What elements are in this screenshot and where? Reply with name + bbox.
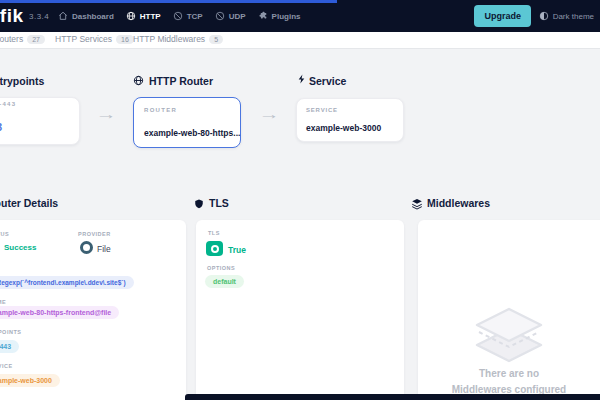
- tab-count-badge: 27: [27, 35, 45, 44]
- nav-item-label: TCP: [187, 12, 203, 21]
- tls-label: TLS: [208, 230, 220, 236]
- router-details-title: Router Details: [0, 197, 58, 209]
- tab-http-services[interactable]: HTTP Services 16: [55, 34, 134, 44]
- service-label: SERVICE: [0, 363, 13, 369]
- service-section-title: Service: [309, 75, 346, 87]
- name-label: NAME: [0, 299, 6, 305]
- rule-badge: HostRegexp(`^frontend\.example\.ddev\.si…: [0, 276, 134, 289]
- theme-toggle[interactable]: Dark theme: [539, 0, 594, 32]
- empty-middlewares-illustration: [471, 306, 547, 368]
- router-card-label: ROUTER: [144, 107, 177, 113]
- layers-icon: [411, 196, 423, 214]
- traefik-dashboard: traefik 3.3.4 Dashboard HTTP TCP: [0, 0, 600, 400]
- nav-item-udp[interactable]: UDP: [215, 11, 246, 21]
- router-card[interactable]: ROUTER example-web-80-https...: [133, 97, 241, 148]
- tls-toggle: [206, 241, 223, 256]
- globe-icon: [126, 11, 136, 21]
- network-icon: [215, 11, 225, 21]
- nav-item-http[interactable]: HTTP: [126, 11, 161, 21]
- entrypoint-badge: https-443: [0, 340, 19, 353]
- provider-value: File: [97, 244, 111, 254]
- contrast-icon: [539, 11, 549, 21]
- tab-http-middlewares[interactable]: HTTP Middlewares 5: [133, 34, 223, 44]
- middlewares-section-title: Middlewares: [427, 197, 490, 209]
- empty-message-line1: There are no: [414, 366, 600, 382]
- globe-icon: [133, 72, 144, 90]
- network-icon: [173, 11, 183, 21]
- tls-options-badge: default: [205, 275, 244, 288]
- nav-item-label: HTTP: [140, 12, 161, 21]
- entrypoints-label: ENTRYPOINTS: [0, 329, 21, 335]
- service-card-label: SERVICE: [306, 107, 338, 113]
- tab-label: HTTP Routers: [0, 34, 23, 44]
- tls-value: True: [228, 245, 246, 255]
- shield-icon: [194, 196, 204, 214]
- tls-section-title: TLS: [209, 197, 229, 209]
- entrypoint-port: :443: [0, 122, 2, 133]
- provider-label: PROVIDER: [78, 231, 111, 237]
- status-label: STATUS: [0, 231, 9, 237]
- router-card-name: example-web-80-https...: [144, 128, 240, 138]
- nav-item-label: Plugins: [272, 12, 301, 21]
- tab-label: HTTP Services: [55, 34, 112, 44]
- empty-middlewares-message: There are no Middlewares configured: [414, 366, 600, 397]
- home-icon: [58, 11, 68, 21]
- nav-item-label: Dashboard: [72, 12, 114, 21]
- nav-item-dashboard[interactable]: Dashboard: [58, 11, 114, 21]
- bolt-icon: [297, 71, 307, 89]
- app-version: 3.3.4: [29, 12, 49, 21]
- success-check-icon: ✓: [0, 241, 1, 251]
- status-value: Success: [4, 243, 36, 252]
- progress-bar: [0, 0, 337, 3]
- upgrade-button[interactable]: Upgrade: [474, 5, 531, 27]
- main-nav: Dashboard HTTP TCP UDP: [58, 0, 300, 32]
- tab-bar: HTTP Routers 27 HTTP Services 16 HTTP Mi…: [0, 32, 600, 49]
- tab-count-badge: 5: [209, 35, 223, 44]
- bottom-drawer-edge: [185, 394, 600, 400]
- options-label: OPTIONS: [207, 265, 235, 271]
- top-navbar: traefik 3.3.4 Dashboard HTTP TCP: [0, 0, 600, 32]
- tab-count-badge: 16: [116, 35, 134, 44]
- entrypoint-card-label: HTTPS-443: [0, 101, 16, 107]
- http-router-section-title: HTTP Router: [149, 75, 213, 87]
- theme-toggle-label: Dark theme: [553, 12, 594, 21]
- entrypoints-section-title: Entrypoints: [0, 75, 44, 87]
- nav-item-tcp[interactable]: TCP: [173, 11, 203, 21]
- service-card-name: example-web-3000: [306, 123, 381, 133]
- router-name-badge: example-web-80-https-frontend@file: [0, 306, 119, 319]
- app-logo: traefik: [0, 5, 24, 27]
- file-provider-icon: [80, 241, 93, 254]
- plugins-icon: [258, 11, 268, 21]
- nav-item-label: UDP: [229, 12, 246, 21]
- flow-arrow-icon: →: [96, 106, 117, 122]
- tab-label: HTTP Middlewares: [133, 34, 205, 44]
- tab-http-routers[interactable]: HTTP Routers 27: [0, 34, 45, 44]
- flow-arrow-icon: →: [259, 106, 280, 122]
- service-card[interactable]: SERVICE example-web-3000: [296, 98, 404, 142]
- nav-item-plugins[interactable]: Plugins: [258, 11, 301, 21]
- service-badge: example-web-3000: [0, 374, 60, 387]
